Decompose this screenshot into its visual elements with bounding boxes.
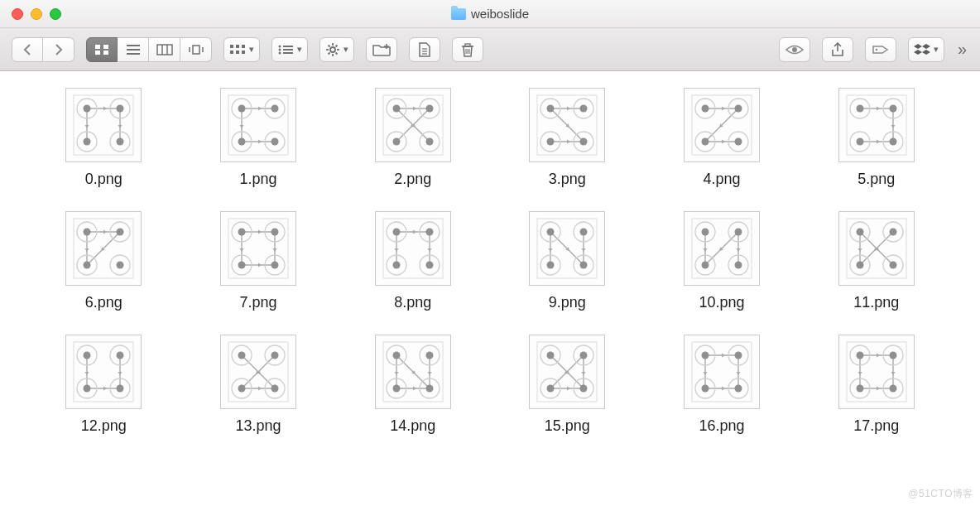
folder-icon — [451, 8, 466, 20]
file-item[interactable]: 10.png — [672, 211, 771, 311]
dropbox-button[interactable]: ▾ — [908, 37, 944, 62]
svg-point-285 — [547, 352, 555, 359]
file-item[interactable]: 14.png — [363, 335, 463, 435]
file-item[interactable]: 8.png — [363, 211, 463, 311]
icon-view-button[interactable] — [86, 37, 118, 62]
svg-point-268 — [392, 352, 400, 359]
svg-point-118 — [701, 138, 709, 146]
svg-marker-266 — [413, 387, 416, 391]
file-item[interactable]: 16.png — [672, 335, 771, 435]
file-item[interactable]: 12.png — [54, 335, 153, 435]
file-item[interactable]: 5.png — [827, 88, 926, 188]
svg-point-101 — [580, 105, 588, 113]
file-item[interactable]: 6.png — [54, 211, 153, 311]
svg-point-25 — [330, 47, 335, 52]
folder-plus-icon — [372, 43, 391, 56]
svg-marker-260 — [394, 372, 398, 375]
svg-point-323 — [856, 385, 863, 393]
coverflow-view-button[interactable] — [180, 37, 212, 62]
svg-point-88 — [392, 138, 400, 146]
chevron-left-icon — [22, 43, 32, 56]
svg-marker-283 — [567, 387, 570, 391]
svg-point-71 — [271, 105, 278, 113]
tags-button[interactable] — [865, 37, 896, 62]
group-button[interactable]: ▾ — [271, 37, 308, 62]
svg-point-193 — [580, 229, 588, 236]
share-button[interactable] — [822, 37, 853, 62]
file-thumbnail — [375, 88, 451, 162]
forward-button[interactable] — [43, 37, 74, 62]
svg-point-45 — [876, 48, 878, 51]
file-item[interactable]: 0.png — [54, 88, 153, 188]
file-thumbnail — [220, 211, 296, 286]
quicklook-button[interactable] — [779, 37, 810, 62]
svg-point-257 — [271, 385, 278, 393]
svg-line-33 — [329, 52, 330, 54]
file-item[interactable]: 7.png — [209, 211, 308, 311]
svg-marker-93 — [567, 107, 570, 111]
file-item[interactable]: 11.png — [827, 211, 926, 311]
window-title: weiboslide — [471, 7, 529, 21]
trash-button[interactable] — [452, 37, 483, 62]
file-item[interactable]: 13.png — [209, 335, 308, 435]
svg-marker-313 — [858, 372, 862, 375]
file-thumbnail — [838, 88, 915, 162]
file-grid: 0.png 1.png 2.png 3.png 4.png 5.png 6.pn… — [43, 88, 937, 435]
svg-point-227 — [889, 262, 896, 269]
file-item[interactable]: 2.png — [363, 88, 463, 188]
view-mode-buttons — [86, 37, 212, 62]
close-window-button[interactable] — [12, 8, 23, 20]
file-name: 12.png — [81, 417, 127, 435]
file-item[interactable]: 3.png — [517, 88, 617, 188]
file-item[interactable]: 15.png — [517, 335, 617, 435]
svg-marker-123 — [877, 107, 880, 111]
file-thumbnail — [375, 335, 451, 409]
file-item[interactable]: 9.png — [517, 211, 617, 311]
minimize-window-button[interactable] — [31, 8, 42, 20]
file-item[interactable]: 4.png — [672, 88, 771, 188]
svg-point-133 — [856, 138, 863, 146]
svg-marker-63 — [258, 107, 262, 111]
svg-marker-142 — [85, 248, 89, 252]
file-name: 5.png — [858, 171, 895, 188]
svg-marker-294 — [703, 372, 707, 375]
toolbar-overflow-icon[interactable]: » — [956, 40, 968, 59]
svg-point-287 — [580, 352, 588, 359]
svg-point-319 — [856, 352, 863, 359]
new-folder-button[interactable] — [366, 37, 397, 62]
svg-point-103 — [547, 138, 555, 146]
file-name: 2.png — [394, 171, 431, 188]
column-view-button[interactable] — [149, 37, 180, 62]
columns-icon — [156, 44, 173, 55]
list-view-button[interactable] — [118, 37, 149, 62]
file-item[interactable]: 17.png — [827, 335, 926, 435]
svg-point-272 — [392, 385, 400, 393]
window-title-area: weiboslide — [0, 0, 980, 27]
arrange-button[interactable]: ▾ — [223, 37, 260, 62]
get-info-button[interactable] — [409, 37, 440, 62]
svg-point-195 — [547, 262, 555, 269]
svg-rect-17 — [236, 51, 239, 54]
zoom-window-button[interactable] — [50, 8, 61, 20]
svg-point-163 — [271, 229, 278, 236]
action-button[interactable]: ▾ — [319, 37, 354, 62]
svg-marker-65 — [239, 125, 243, 128]
file-item[interactable]: 1.png — [209, 88, 308, 188]
arrange-icon — [229, 44, 246, 55]
file-thumbnail — [375, 211, 451, 286]
file-name: 16.png — [699, 417, 744, 435]
file-name: 9.png — [549, 294, 586, 311]
svg-rect-121 — [847, 95, 906, 155]
svg-point-114 — [701, 105, 709, 113]
back-button[interactable] — [12, 37, 43, 62]
svg-point-225 — [856, 262, 863, 269]
svg-marker-204 — [736, 248, 740, 252]
svg-point-167 — [271, 262, 278, 269]
file-name: 13.png — [235, 417, 281, 435]
file-thumbnail — [220, 335, 296, 409]
svg-point-302 — [701, 352, 709, 359]
file-name: 15.png — [545, 417, 590, 435]
svg-point-90 — [425, 138, 433, 146]
svg-point-208 — [734, 229, 742, 236]
svg-point-56 — [117, 105, 124, 113]
